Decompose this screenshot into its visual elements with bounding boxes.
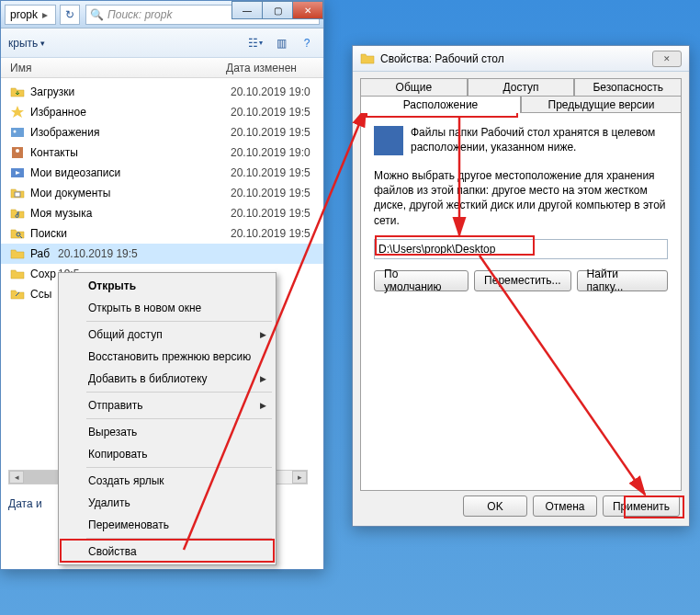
menu-item[interactable]: Удалить (61, 492, 274, 514)
menu-separator (86, 538, 272, 539)
list-item[interactable]: Загрузки20.10.2019 19:0 (1, 82, 323, 102)
menu-separator (86, 392, 272, 393)
help-button[interactable]: ? (298, 34, 316, 52)
menu-item[interactable]: Копировать (61, 443, 274, 465)
refresh-button[interactable]: ↻ (60, 5, 80, 25)
open-dropdown[interactable]: крыть ▾ (8, 37, 45, 50)
menu-item[interactable]: Свойства (61, 541, 274, 563)
tab[interactable]: Предыдущие версии (521, 96, 682, 113)
menu-item[interactable]: Восстановить прежнюю версию (61, 346, 274, 368)
tab[interactable]: Безопасность (574, 78, 682, 96)
location-description-2: Можно выбрать другое местоположение для … (374, 168, 668, 228)
file-date: 20.10.2019 19:0 (231, 146, 310, 159)
folder-icon (10, 267, 25, 281)
folder-icon (10, 246, 25, 261)
apply-button[interactable]: Применить (603, 495, 680, 517)
menu-item[interactable]: Добавить в библиотеку▶ (61, 368, 274, 390)
find-target-button[interactable]: Найти папку... (577, 270, 668, 291)
breadcrumb[interactable]: propk ▸ (5, 5, 56, 25)
location-path-input[interactable]: D:\Users\propk\Desktop (374, 239, 668, 259)
file-name: Загрузки (30, 85, 231, 98)
svg-rect-0 (11, 128, 24, 137)
file-date: 20.10.2019 19:5 (231, 187, 310, 199)
dialog-titlebar: Свойства: Рабочий стол ✕ (353, 46, 689, 72)
contacts-icon (10, 145, 25, 160)
chevron-right-icon: ▶ (260, 330, 266, 339)
music-icon (10, 206, 25, 221)
minimize-button[interactable]: — (231, 1, 263, 19)
menu-item-label: Открыть в новом окне (88, 302, 201, 314)
file-name: Раб (30, 247, 58, 260)
col-header-date[interactable]: Дата изменен (226, 62, 297, 74)
file-date: 20.10.2019 19:5 (231, 207, 310, 220)
restore-default-button[interactable]: По умолчанию (374, 270, 469, 291)
list-item[interactable]: Мои видеозаписи20.10.2019 19:5 (1, 163, 323, 183)
maximize-button[interactable]: ▢ (262, 1, 293, 19)
menu-item[interactable]: Общий доступ▶ (61, 324, 274, 346)
search-placeholder: Поиск: propk (107, 8, 172, 21)
chevron-right-icon: ▶ (260, 374, 266, 383)
file-name: Избранное (30, 106, 231, 119)
docs-icon (10, 186, 25, 200)
menu-item-label: Создать ярлык (88, 474, 164, 487)
tab[interactable]: Доступ (468, 78, 575, 96)
cancel-button[interactable]: Отмена (533, 495, 597, 517)
folder-down-icon (10, 85, 25, 99)
list-item[interactable]: Контакты20.10.2019 19:0 (1, 142, 323, 163)
menu-item-label: Вырезать (88, 426, 137, 438)
tab[interactable]: Общие (360, 78, 468, 96)
list-item[interactable]: Раб20.10.2019 19:5 (1, 244, 323, 264)
image-icon (10, 125, 25, 140)
file-date: 20.10.2019 19:5 (231, 227, 310, 240)
preview-pane-button[interactable]: ▥ (272, 34, 290, 52)
menu-item-label: Копировать (88, 448, 148, 461)
close-button[interactable]: ✕ (292, 1, 323, 19)
menu-item[interactable]: Вырезать (61, 421, 274, 443)
list-item[interactable]: Поиски20.10.2019 19:5 (1, 223, 323, 244)
list-item[interactable]: Моя музыка20.10.2019 19:5 (1, 203, 323, 223)
menu-separator (86, 467, 272, 468)
list-item[interactable]: Изображения20.10.2019 19:5 (1, 122, 323, 142)
menu-item[interactable]: Открыть (61, 275, 274, 297)
status-bar: Дата и (8, 497, 42, 510)
file-name: Мои документы (30, 187, 231, 199)
file-name: Поиски (30, 227, 231, 240)
file-name: Мои видеозаписи (30, 166, 231, 179)
menu-separator (86, 321, 272, 322)
menu-item-label: Открыть (88, 279, 136, 292)
menu-item-label: Свойства (88, 545, 137, 558)
scroll-right-button[interactable]: ▸ (292, 471, 307, 484)
menu-item-label: Удалить (88, 496, 130, 509)
col-header-name[interactable]: Имя (10, 62, 226, 74)
menu-item-label: Общий доступ (88, 328, 163, 341)
tab[interactable]: Расположение (360, 96, 521, 113)
list-item[interactable]: Мои документы20.10.2019 19:5 (1, 183, 323, 203)
dialog-close-button[interactable]: ✕ (652, 51, 682, 67)
folder-large-icon (374, 126, 403, 155)
video-icon (10, 165, 25, 180)
menu-item-label: Добавить в библиотеку (88, 372, 208, 385)
menu-separator (86, 418, 272, 419)
column-headers[interactable]: Имя Дата изменен (1, 58, 323, 78)
search-icon: 🔍 (90, 8, 104, 21)
menu-item[interactable]: Переименовать (61, 514, 274, 536)
file-name: Моя музыка (30, 207, 231, 220)
context-menu: ОткрытьОткрыть в новом окнеОбщий доступ▶… (58, 272, 277, 565)
location-description-1: Файлы папки Рабочий стол хранятся в целе… (411, 126, 668, 155)
menu-item[interactable]: Отправить▶ (61, 394, 274, 416)
file-date: 20.10.2019 19:0 (231, 85, 310, 98)
file-name: Контакты (30, 146, 231, 159)
menu-item-label: Восстановить прежнюю версию (88, 350, 251, 363)
menu-item[interactable]: Создать ярлык (61, 470, 274, 492)
move-button[interactable]: Переместить... (474, 270, 570, 291)
chevron-right-icon[interactable]: ▸ (40, 8, 50, 21)
list-item[interactable]: Избранное20.10.2019 19:5 (1, 102, 323, 122)
ok-button[interactable]: OK (463, 495, 527, 517)
view-options-button[interactable]: ☷▾ (246, 34, 265, 52)
svg-point-1 (14, 131, 17, 133)
breadcrumb-item[interactable]: propk (7, 8, 40, 21)
chevron-down-icon: ▾ (40, 39, 45, 48)
menu-item[interactable]: Открыть в новом окне (61, 297, 274, 319)
svg-rect-5 (15, 192, 20, 197)
scroll-left-button[interactable]: ◂ (9, 471, 24, 484)
